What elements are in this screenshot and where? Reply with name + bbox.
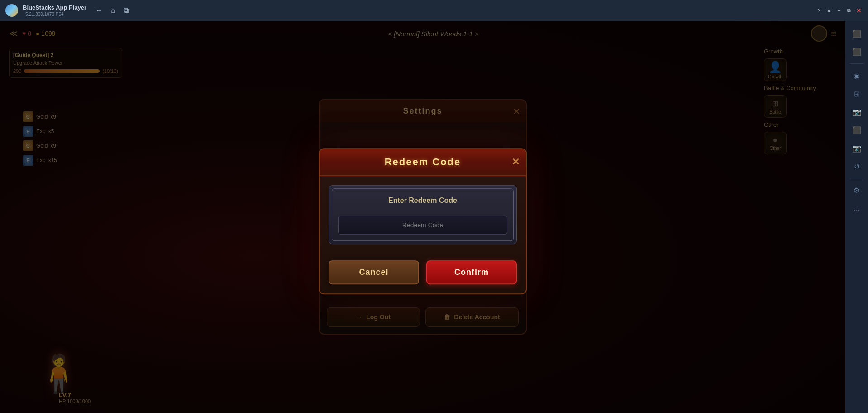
sidebar-icon-5[interactable]: 📷 <box>849 104 865 120</box>
sidebar-divider-1 <box>850 63 863 64</box>
sidebar-icon-7[interactable]: 📷 <box>849 140 865 156</box>
redeem-buttons: Cancel Confirm <box>320 253 526 293</box>
sidebar-icon-more[interactable]: … <box>849 200 865 216</box>
redeem-code-area: Enter Redeem Code <box>329 185 517 244</box>
cancel-label: Cancel <box>359 268 388 277</box>
titlebar: BlueStacks App Player 5.21.300.1070 P64 … <box>0 0 868 21</box>
sidebar-icon-6[interactable]: ⬛ <box>849 122 865 138</box>
game-background: ≪ ♥ 0 ● 1099 < [Normal] Silent Woods 1-1… <box>0 21 845 413</box>
menu-button[interactable]: ≡ <box>825 7 833 14</box>
redeem-header: Redeem Code ✕ <box>320 149 526 176</box>
bluestacks-logo <box>5 4 18 17</box>
sidebar-icon-3[interactable]: ◉ <box>849 67 865 84</box>
close-button[interactable]: ✕ <box>855 7 863 14</box>
home-button[interactable]: ⌂ <box>111 6 115 14</box>
sidebar-icon-2[interactable]: ⬛ <box>849 43 865 60</box>
window-button[interactable]: ⧉ <box>124 6 129 14</box>
redeem-code-dialog: Redeem Code ✕ Enter Redeem Code Cancel C… <box>319 148 527 294</box>
window-controls: ? ≡ − ⧉ ✕ <box>816 7 863 14</box>
sidebar-icon-1[interactable]: ⬛ <box>849 25 865 42</box>
sidebar-icon-4[interactable]: ⊞ <box>849 86 865 102</box>
app-name: BlueStacks App Player <box>23 4 86 11</box>
bluestacks-sidebar: ⬛ ⬛ ◉ ⊞ 📷 ⬛ 📷 ↺ ⚙ … <box>845 21 868 413</box>
app-version: 5.21.300.1070 P64 <box>25 12 86 17</box>
confirm-button[interactable]: Confirm <box>426 260 517 284</box>
redeem-hint-text: Enter Redeem Code <box>338 197 507 205</box>
redeem-body: Enter Redeem Code <box>320 176 526 253</box>
cancel-button[interactable]: Cancel <box>329 260 419 284</box>
confirm-label: Confirm <box>454 268 489 277</box>
sidebar-divider-2 <box>850 178 863 178</box>
minimize-button[interactable]: − <box>835 7 843 14</box>
restore-button[interactable]: ⧉ <box>845 7 853 14</box>
redeem-close-button[interactable]: ✕ <box>511 156 520 168</box>
titlebar-nav: ← ⌂ ⧉ <box>95 6 129 14</box>
help-button[interactable]: ? <box>816 7 823 14</box>
redeem-code-input[interactable] <box>338 216 507 235</box>
back-button[interactable]: ← <box>95 6 103 14</box>
sidebar-icon-settings[interactable]: ⚙ <box>849 182 865 198</box>
sidebar-icon-8[interactable]: ↺ <box>849 158 865 174</box>
redeem-title: Redeem Code <box>385 156 461 168</box>
